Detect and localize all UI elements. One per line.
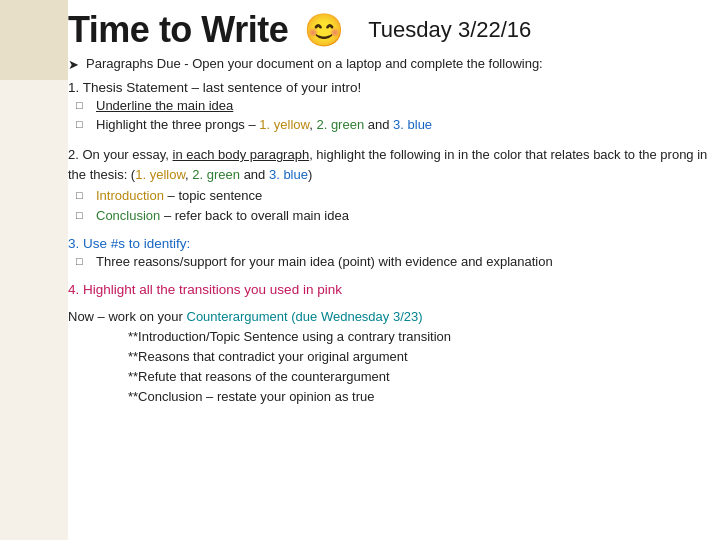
now-section: Now – work on your Counterargument (due … [68, 307, 712, 408]
counterarg-label: Counterargument (due Wednesday 3/23) [187, 309, 423, 324]
s2-yellow: 1. yellow [135, 167, 185, 182]
s2-blue: 3. blue [269, 167, 308, 182]
section-4: 4. Highlight all the transitions you use… [68, 282, 712, 297]
section-1: 1. Thesis Statement – last sentence of y… [68, 80, 712, 136]
section-1-item-2: □ Highlight the three prongs – 1. yellow… [76, 116, 712, 135]
underline-main-idea-text: Underline the main idea [96, 97, 233, 116]
section-2-item-1: □ Introduction – topic sentence [76, 187, 712, 206]
paragraph-due-text: Paragraphs Due - Open your document on a… [86, 56, 543, 71]
highlight-prongs-text: Highlight the three prongs – 1. yellow, … [96, 116, 432, 135]
checkbox-icon-3: □ [76, 189, 90, 201]
introduction-label: Introduction [96, 188, 164, 203]
date-label: Tuesday 3/22/16 [368, 17, 531, 43]
checkbox-icon-2: □ [76, 118, 90, 130]
blue-label: 3. blue [393, 117, 432, 132]
section-2-item-2: □ Conclusion – refer back to overall mai… [76, 207, 712, 226]
smiley-icon: 😊 [304, 11, 344, 49]
now-line-4: **Conclusion – restate your opinion as t… [128, 387, 712, 407]
now-line-3: **Refute that reasons of the counterargu… [128, 367, 712, 387]
checkbox-icon-1: □ [76, 99, 90, 111]
arrow-icon: ➤ [68, 57, 80, 72]
three-reasons-text: Three reasons/support for your main idea… [96, 253, 553, 272]
section-3: 3. Use #s to identify: □ Three reasons/s… [68, 236, 712, 272]
green-label: 2. green [316, 117, 364, 132]
section-2-header: 2. On your essay, in each body paragraph… [68, 145, 712, 184]
s2-green: 2. green [192, 167, 240, 182]
now-intro: Now – work on your [68, 309, 187, 324]
conclusion-item: Conclusion – refer back to overall main … [96, 207, 349, 226]
now-indent-block: **Introduction/Topic Sentence using a co… [128, 327, 712, 408]
introduction-item: Introduction – topic sentence [96, 187, 262, 206]
section-3-item-1: □ Three reasons/support for your main id… [76, 253, 712, 272]
conclusion-label: Conclusion [96, 208, 160, 223]
paragraph-due-row: ➤ Paragraphs Due - Open your document on… [68, 56, 712, 72]
title-row: Time to Write 😊 Tuesday 3/22/16 [68, 10, 712, 50]
checkbox-icon-4: □ [76, 209, 90, 221]
main-content: Time to Write 😊 Tuesday 3/22/16 ➤ Paragr… [68, 10, 712, 532]
section-4-header: 4. Highlight all the transitions you use… [68, 282, 712, 297]
section-2: 2. On your essay, in each body paragraph… [68, 145, 712, 226]
underline-text: Underline the main idea [96, 98, 233, 113]
now-line-2: **Reasons that contradict your original … [128, 347, 712, 367]
sidebar-decoration [0, 0, 68, 540]
section-3-header: 3. Use #s to identify: [68, 236, 712, 251]
page-title: Time to Write [68, 10, 288, 50]
now-line-1: **Introduction/Topic Sentence using a co… [128, 327, 712, 347]
section-1-item-1: □ Underline the main idea [76, 97, 712, 116]
corner-decoration [0, 0, 68, 80]
section-1-header: 1. Thesis Statement – last sentence of y… [68, 80, 712, 95]
in-each-body-underlined: in each body paragraph [173, 147, 310, 162]
checkbox-icon-5: □ [76, 255, 90, 267]
yellow-label: 1. yellow [259, 117, 309, 132]
